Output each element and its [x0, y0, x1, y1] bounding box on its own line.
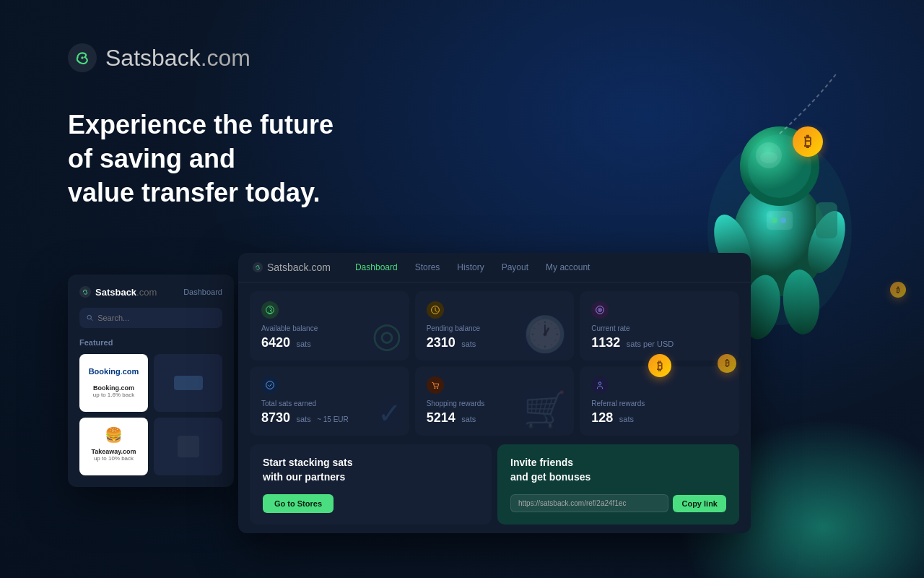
sidebar-dashboard-label: Dashboard	[183, 288, 222, 296]
takeaway-name: Takeaway.com	[87, 448, 141, 455]
promo-referral-title: Invite friends and get bonuses	[510, 456, 726, 484]
stat-current-rate: Current rate 1132 sats per USD	[580, 291, 739, 361]
svg-rect-12	[816, 202, 837, 238]
referral-rewards-label: Referral rewards	[591, 400, 728, 407]
total-earned-unit: sats	[297, 415, 311, 423]
total-earned-bg-icon: ✓	[378, 397, 402, 430]
featured-label: Featured	[79, 338, 222, 347]
sidebar-logo-text: Satsback.com	[95, 287, 157, 298]
shopping-rewards-value: 5214	[427, 410, 456, 425]
stat-shopping-rewards: Shopping rewards 5214 sats 🛒	[415, 366, 575, 436]
btc-coin-4: ₿	[890, 282, 906, 298]
shopping-rewards-unit: sats	[461, 415, 476, 423]
pending-balance-value: 2310	[427, 335, 456, 350]
nav-myaccount[interactable]: My account	[546, 262, 590, 272]
total-earned-sub: ~ 15 EUR	[317, 415, 349, 423]
pending-balance-unit: sats	[461, 340, 476, 348]
search-bar[interactable]	[79, 308, 222, 328]
available-balance-value: 6420	[261, 335, 290, 350]
svg-point-7	[760, 152, 777, 163]
referral-row: Copy link	[510, 494, 726, 512]
total-earned-icon	[261, 376, 279, 394]
svg-point-26	[599, 309, 601, 311]
nav-logo-text: Satsback.com	[267, 262, 331, 273]
btc-coin-2: ₿	[648, 354, 671, 377]
sidebar-logo-icon	[79, 286, 91, 298]
svg-point-14	[772, 217, 777, 223]
search-input[interactable]	[97, 314, 215, 322]
current-rate-label: Current rate	[591, 324, 728, 332]
takeaway-logo: 🍔	[87, 425, 141, 445]
hero-section: Satsback.com Experience the future of sa…	[0, 0, 375, 210]
nav-dashboard[interactable]: Dashboard	[355, 262, 398, 272]
booking-name: Booking.com	[87, 384, 141, 392]
stat-total-earned: Total sats earned 8730 sats ~ 15 EUR ✓	[250, 366, 409, 436]
featured-card-4[interactable]	[154, 418, 222, 475]
svg-point-30	[599, 382, 602, 385]
nav-history[interactable]: History	[457, 262, 484, 272]
svg-point-15	[780, 217, 786, 223]
go-to-stores-button[interactable]: Go to Stores	[263, 494, 334, 513]
nav-payout[interactable]: Payout	[502, 262, 528, 272]
referral-rewards-unit: sats	[619, 415, 634, 423]
nav-logo-icon	[253, 262, 263, 272]
takeaway-rate: up to 10% back	[87, 455, 141, 462]
svg-point-28	[434, 387, 435, 389]
pending-balance-bg-icon: 🕐	[523, 314, 567, 355]
available-balance-icon	[261, 301, 279, 319]
bottom-cards: Start stacking sats with our partners Go…	[238, 444, 751, 533]
svg-point-17	[87, 315, 91, 319]
referral-url-input[interactable]	[510, 494, 668, 512]
satsback-logo-icon	[68, 43, 97, 72]
main-app-panel: Satsback.com Dashboard Stores History Pa…	[238, 253, 751, 533]
featured-card-booking[interactable]: Booking.com Booking.com up to 1.6% back	[79, 354, 148, 412]
current-rate-unit: sats per USD	[627, 340, 674, 348]
svg-line-18	[91, 319, 92, 320]
current-rate-value: 1132	[591, 335, 620, 350]
nav-stores[interactable]: Stores	[415, 262, 440, 272]
sidebar-logo: Satsback.com Dashboard	[79, 286, 222, 298]
hero-logo: Satsback.com	[68, 43, 375, 72]
booking-logo: Booking.com	[87, 361, 141, 381]
featured-card-2[interactable]	[154, 354, 222, 412]
svg-point-1	[81, 56, 83, 59]
svg-point-27	[266, 381, 274, 389]
available-balance-bg-icon: ◎	[372, 314, 402, 355]
pending-balance-icon	[427, 301, 444, 319]
available-balance-unit: sats	[297, 340, 311, 348]
copy-link-button[interactable]: Copy link	[673, 495, 726, 512]
promo-referral: Invite friends and get bonuses Copy link	[497, 444, 739, 525]
btc-coin-3: ₿	[718, 354, 736, 373]
nav-logo: Satsback.com	[253, 262, 331, 273]
referral-rewards-value: 128	[591, 410, 613, 425]
svg-rect-13	[767, 211, 793, 230]
left-sidebar-panel: Satsback.com Dashboard Featured Booking.…	[68, 275, 234, 487]
svg-point-19	[253, 262, 263, 272]
hero-logo-text: Satsback.com	[105, 45, 250, 72]
stats-grid: Available balance 6420 sats ◎ Pending ba…	[238, 282, 751, 444]
app-navbar: Satsback.com Dashboard Stores History Pa…	[238, 253, 751, 282]
btc-coin-1: ₿	[793, 126, 823, 157]
promo-stores-title: Start stacking sats with our partners	[263, 456, 479, 484]
referral-rewards-icon	[591, 376, 609, 394]
svg-point-16	[79, 286, 91, 298]
search-icon	[87, 314, 93, 322]
stat-pending-balance: Pending balance 2310 sats 🕐	[415, 291, 575, 361]
featured-card-takeaway[interactable]: 🍔 Takeaway.com up to 10% back	[79, 418, 148, 475]
total-earned-value: 8730	[261, 410, 290, 425]
hero-headline: Experience the future of saving and valu…	[68, 108, 357, 210]
stat-available-balance: Available balance 6420 sats ◎	[250, 291, 409, 361]
promo-stores: Start stacking sats with our partners Go…	[250, 444, 492, 525]
shopping-rewards-icon	[427, 376, 444, 394]
booking-rate: up to 1.6% back	[87, 392, 141, 398]
shopping-rewards-bg-icon: 🛒	[523, 389, 567, 430]
svg-point-29	[437, 387, 438, 389]
current-rate-icon	[591, 301, 609, 319]
featured-grid: Booking.com Booking.com up to 1.6% back …	[79, 354, 222, 475]
